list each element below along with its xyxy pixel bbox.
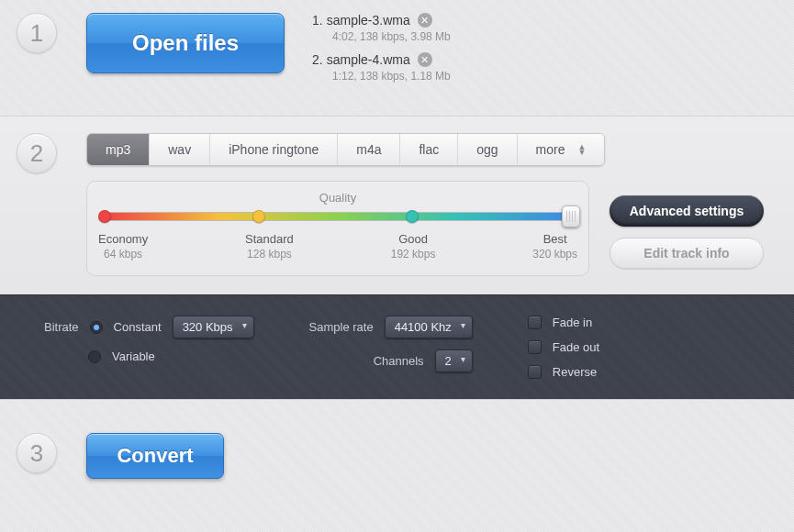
quality-sub-best: 320 kbps xyxy=(532,248,577,260)
step-1: 1 Open files 1. sample-3.wma ✕ 4:02, 138… xyxy=(0,0,794,116)
fade-out-label: Fade out xyxy=(553,340,599,354)
advanced-settings-button[interactable]: Advanced settings xyxy=(609,195,764,227)
file-name: sample-3.wma xyxy=(327,13,410,28)
fade-in-checkbox[interactable] xyxy=(528,316,542,329)
format-tab-wav[interactable]: wav xyxy=(150,134,210,165)
remove-file-button[interactable]: ✕ xyxy=(418,13,432,28)
file-name: sample-4.wma xyxy=(327,52,410,67)
format-more-label: more xyxy=(536,142,565,157)
quality-label-standard: Standard xyxy=(245,232,294,246)
reverse-label: Reverse xyxy=(553,365,597,379)
reverse-checkbox[interactable] xyxy=(528,365,542,379)
bitrate-label: Bitrate xyxy=(44,320,79,334)
format-tab-m4a[interactable]: m4a xyxy=(338,134,400,165)
quality-slider-track[interactable] xyxy=(104,212,572,221)
remove-file-button[interactable]: ✕ xyxy=(418,52,432,67)
quality-sub-good: 192 kbps xyxy=(391,248,436,260)
channels-label: Channels xyxy=(374,354,424,368)
format-tab-more[interactable]: more ▲▼ xyxy=(518,134,605,165)
quality-labels: Economy64 kbps Standard128 kbps Good192 … xyxy=(98,232,577,260)
quality-label-best: Best xyxy=(543,232,567,246)
bitrate-variable-radio[interactable] xyxy=(88,350,101,363)
format-tab-mp3[interactable]: mp3 xyxy=(87,134,150,165)
format-tabs: mp3 wav iPhone ringtone m4a flac ogg mor… xyxy=(86,133,605,166)
file-row: 2. sample-4.wma ✕ 1:12, 138 kbps, 1.18 M… xyxy=(312,52,451,83)
advanced-panel: Bitrate Constant 320 Kbps Variable Sampl… xyxy=(0,294,794,399)
quality-label-good: Good xyxy=(398,232,428,246)
step-3: 3 Convert xyxy=(0,400,794,528)
fade-in-label: Fade in xyxy=(553,316,592,329)
quality-stop-standard[interactable] xyxy=(252,210,265,223)
quality-sub-standard: 128 kbps xyxy=(245,248,294,260)
step-badge-3: 3 xyxy=(17,433,57,473)
format-tab-flac[interactable]: flac xyxy=(400,134,458,165)
edit-track-info-button[interactable]: Edit track info xyxy=(609,238,764,269)
quality-label-economy: Economy xyxy=(98,232,148,246)
bitrate-constant-radio[interactable] xyxy=(90,321,103,334)
step-2: 2 mp3 wav iPhone ringtone m4a flac ogg m… xyxy=(0,116,794,400)
step-badge-2: 2 xyxy=(17,133,57,173)
file-meta: 4:02, 138 kbps, 3.98 Mb xyxy=(332,30,451,43)
bitrate-constant-label: Constant xyxy=(114,320,162,334)
quality-slider-handle[interactable] xyxy=(562,205,580,227)
file-meta: 1:12, 138 kbps, 1.18 Mb xyxy=(332,70,451,83)
quality-title: Quality xyxy=(104,191,572,205)
format-tab-ogg[interactable]: ogg xyxy=(458,134,517,165)
channels-select[interactable]: 2 xyxy=(435,349,473,372)
file-index: 2. xyxy=(312,52,323,67)
quality-panel: Quality Economy64 kbps Standard128 kbps … xyxy=(86,181,589,276)
updown-icon: ▲▼ xyxy=(578,144,587,155)
step-badge-1: 1 xyxy=(17,13,57,53)
file-index: 1. xyxy=(312,13,323,28)
sample-rate-label: Sample rate xyxy=(309,320,374,334)
quality-sub-economy: 64 kbps xyxy=(98,248,148,260)
open-files-button[interactable]: Open files xyxy=(86,13,285,73)
fade-out-checkbox[interactable] xyxy=(528,340,542,354)
file-list: 1. sample-3.wma ✕ 4:02, 138 kbps, 3.98 M… xyxy=(312,13,451,92)
quality-stop-economy[interactable] xyxy=(98,210,111,223)
convert-button[interactable]: Convert xyxy=(86,433,224,479)
format-tab-iphone-ringtone[interactable]: iPhone ringtone xyxy=(210,134,338,165)
file-row: 1. sample-3.wma ✕ 4:02, 138 kbps, 3.98 M… xyxy=(312,13,451,43)
sample-rate-select[interactable]: 44100 Khz xyxy=(385,316,473,338)
bitrate-select[interactable]: 320 Kbps xyxy=(173,316,254,338)
quality-stop-good[interactable] xyxy=(406,210,419,223)
bitrate-variable-label: Variable xyxy=(112,349,155,363)
